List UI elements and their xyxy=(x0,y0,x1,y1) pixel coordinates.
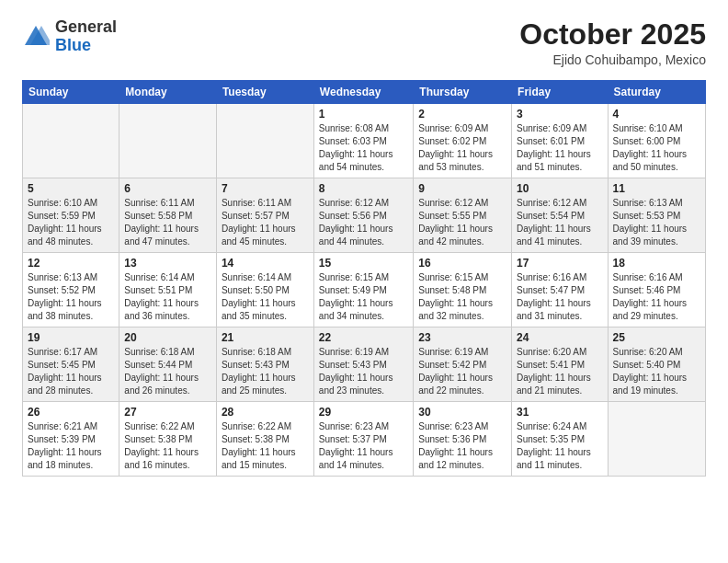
day-info: Sunrise: 6:15 AM Sunset: 5:48 PM Dayligh… xyxy=(418,271,506,323)
day-number: 4 xyxy=(613,108,700,121)
table-row xyxy=(119,104,217,178)
table-row xyxy=(608,402,705,477)
table-row: 16Sunrise: 6:15 AM Sunset: 5:48 PM Dayli… xyxy=(414,253,512,327)
day-info: Sunrise: 6:22 AM Sunset: 5:38 PM Dayligh… xyxy=(124,420,211,472)
day-number: 5 xyxy=(28,182,114,195)
logo-blue: Blue xyxy=(55,36,91,54)
day-number: 19 xyxy=(28,331,114,344)
day-number: 1 xyxy=(319,108,408,121)
day-info: Sunrise: 6:20 AM Sunset: 5:41 PM Dayligh… xyxy=(517,346,602,397)
day-number: 14 xyxy=(222,257,309,270)
day-info: Sunrise: 6:23 AM Sunset: 5:36 PM Dayligh… xyxy=(418,420,506,472)
table-row: 24Sunrise: 6:20 AM Sunset: 5:41 PM Dayli… xyxy=(512,327,608,402)
day-info: Sunrise: 6:12 AM Sunset: 5:55 PM Dayligh… xyxy=(418,197,506,248)
location: Ejido Cohuibampo, Mexico xyxy=(519,52,706,67)
table-row: 25Sunrise: 6:20 AM Sunset: 5:40 PM Dayli… xyxy=(608,327,705,402)
table-row: 13Sunrise: 6:14 AM Sunset: 5:51 PM Dayli… xyxy=(119,253,217,327)
header-friday: Friday xyxy=(512,81,608,104)
day-info: Sunrise: 6:10 AM Sunset: 6:00 PM Dayligh… xyxy=(613,122,700,174)
calendar-week-row: 19Sunrise: 6:17 AM Sunset: 5:45 PM Dayli… xyxy=(23,327,706,402)
logo-icon xyxy=(22,23,50,51)
calendar-week-row: 26Sunrise: 6:21 AM Sunset: 5:39 PM Dayli… xyxy=(23,402,706,477)
day-info: Sunrise: 6:19 AM Sunset: 5:42 PM Dayligh… xyxy=(418,346,506,397)
day-number: 2 xyxy=(418,108,506,121)
day-info: Sunrise: 6:13 AM Sunset: 5:52 PM Dayligh… xyxy=(28,271,114,323)
table-row: 18Sunrise: 6:16 AM Sunset: 5:46 PM Dayli… xyxy=(608,253,705,327)
day-number: 16 xyxy=(418,257,506,270)
title-block: October 2025 Ejido Cohuibampo, Mexico xyxy=(519,18,706,67)
day-number: 7 xyxy=(222,182,309,195)
day-info: Sunrise: 6:12 AM Sunset: 5:56 PM Dayligh… xyxy=(319,197,408,248)
header-thursday: Thursday xyxy=(414,81,512,104)
page: General Blue October 2025 Ejido Cohuibam… xyxy=(0,0,728,491)
calendar-week-row: 1Sunrise: 6:08 AM Sunset: 6:03 PM Daylig… xyxy=(23,104,706,178)
table-row: 7Sunrise: 6:11 AM Sunset: 5:57 PM Daylig… xyxy=(216,178,313,253)
day-number: 26 xyxy=(28,406,114,419)
day-number: 17 xyxy=(517,257,602,270)
day-number: 11 xyxy=(613,182,700,195)
day-number: 8 xyxy=(319,182,408,195)
day-info: Sunrise: 6:13 AM Sunset: 5:53 PM Dayligh… xyxy=(613,197,700,248)
table-row: 6Sunrise: 6:11 AM Sunset: 5:58 PM Daylig… xyxy=(119,178,217,253)
day-number: 30 xyxy=(418,406,506,419)
logo-text: General Blue xyxy=(55,18,117,55)
header-saturday: Saturday xyxy=(608,81,705,104)
table-row: 21Sunrise: 6:18 AM Sunset: 5:43 PM Dayli… xyxy=(216,327,313,402)
day-number: 21 xyxy=(222,331,309,344)
table-row: 19Sunrise: 6:17 AM Sunset: 5:45 PM Dayli… xyxy=(23,327,119,402)
day-number: 10 xyxy=(517,182,602,195)
day-number: 27 xyxy=(124,406,211,419)
table-row: 30Sunrise: 6:23 AM Sunset: 5:36 PM Dayli… xyxy=(414,402,512,477)
day-info: Sunrise: 6:24 AM Sunset: 5:35 PM Dayligh… xyxy=(517,420,602,472)
table-row: 15Sunrise: 6:15 AM Sunset: 5:49 PM Dayli… xyxy=(313,253,413,327)
day-info: Sunrise: 6:22 AM Sunset: 5:38 PM Dayligh… xyxy=(222,420,309,472)
header-wednesday: Wednesday xyxy=(313,81,413,104)
table-row: 4Sunrise: 6:10 AM Sunset: 6:00 PM Daylig… xyxy=(608,104,705,178)
table-row: 20Sunrise: 6:18 AM Sunset: 5:44 PM Dayli… xyxy=(119,327,217,402)
day-number: 23 xyxy=(418,331,506,344)
table-row: 23Sunrise: 6:19 AM Sunset: 5:42 PM Dayli… xyxy=(414,327,512,402)
weekday-header-row: Sunday Monday Tuesday Wednesday Thursday… xyxy=(23,81,706,104)
day-number: 29 xyxy=(319,406,408,419)
table-row: 26Sunrise: 6:21 AM Sunset: 5:39 PM Dayli… xyxy=(23,402,119,477)
calendar-week-row: 5Sunrise: 6:10 AM Sunset: 5:59 PM Daylig… xyxy=(23,178,706,253)
header-tuesday: Tuesday xyxy=(216,81,313,104)
table-row: 29Sunrise: 6:23 AM Sunset: 5:37 PM Dayli… xyxy=(313,402,413,477)
day-info: Sunrise: 6:15 AM Sunset: 5:49 PM Dayligh… xyxy=(319,271,408,323)
day-info: Sunrise: 6:20 AM Sunset: 5:40 PM Dayligh… xyxy=(613,346,700,397)
day-number: 12 xyxy=(28,257,114,270)
day-info: Sunrise: 6:18 AM Sunset: 5:43 PM Dayligh… xyxy=(222,346,309,397)
day-number: 13 xyxy=(124,257,211,270)
table-row: 12Sunrise: 6:13 AM Sunset: 5:52 PM Dayli… xyxy=(23,253,119,327)
day-info: Sunrise: 6:11 AM Sunset: 5:58 PM Dayligh… xyxy=(124,197,211,248)
table-row: 14Sunrise: 6:14 AM Sunset: 5:50 PM Dayli… xyxy=(216,253,313,327)
table-row: 10Sunrise: 6:12 AM Sunset: 5:54 PM Dayli… xyxy=(512,178,608,253)
day-number: 9 xyxy=(418,182,506,195)
table-row: 3Sunrise: 6:09 AM Sunset: 6:01 PM Daylig… xyxy=(512,104,608,178)
table-row xyxy=(23,104,119,178)
table-row: 5Sunrise: 6:10 AM Sunset: 5:59 PM Daylig… xyxy=(23,178,119,253)
day-info: Sunrise: 6:10 AM Sunset: 5:59 PM Dayligh… xyxy=(28,197,114,248)
table-row xyxy=(216,104,313,178)
day-info: Sunrise: 6:21 AM Sunset: 5:39 PM Dayligh… xyxy=(28,420,114,472)
day-info: Sunrise: 6:14 AM Sunset: 5:51 PM Dayligh… xyxy=(124,271,211,323)
day-number: 18 xyxy=(613,257,700,270)
table-row: 27Sunrise: 6:22 AM Sunset: 5:38 PM Dayli… xyxy=(119,402,217,477)
header-monday: Monday xyxy=(119,81,217,104)
day-number: 3 xyxy=(517,108,602,121)
day-info: Sunrise: 6:23 AM Sunset: 5:37 PM Dayligh… xyxy=(319,420,408,472)
table-row: 2Sunrise: 6:09 AM Sunset: 6:02 PM Daylig… xyxy=(414,104,512,178)
table-row: 28Sunrise: 6:22 AM Sunset: 5:38 PM Dayli… xyxy=(216,402,313,477)
day-info: Sunrise: 6:17 AM Sunset: 5:45 PM Dayligh… xyxy=(28,346,114,397)
day-number: 24 xyxy=(517,331,602,344)
day-info: Sunrise: 6:19 AM Sunset: 5:43 PM Dayligh… xyxy=(319,346,408,397)
table-row: 1Sunrise: 6:08 AM Sunset: 6:03 PM Daylig… xyxy=(313,104,413,178)
day-number: 28 xyxy=(222,406,309,419)
logo-general: General xyxy=(55,17,117,36)
day-info: Sunrise: 6:08 AM Sunset: 6:03 PM Dayligh… xyxy=(319,122,408,174)
month-title: October 2025 xyxy=(519,18,706,51)
logo: General Blue xyxy=(22,18,117,55)
table-row: 11Sunrise: 6:13 AM Sunset: 5:53 PM Dayli… xyxy=(608,178,705,253)
table-row: 17Sunrise: 6:16 AM Sunset: 5:47 PM Dayli… xyxy=(512,253,608,327)
day-info: Sunrise: 6:09 AM Sunset: 6:01 PM Dayligh… xyxy=(517,122,602,174)
